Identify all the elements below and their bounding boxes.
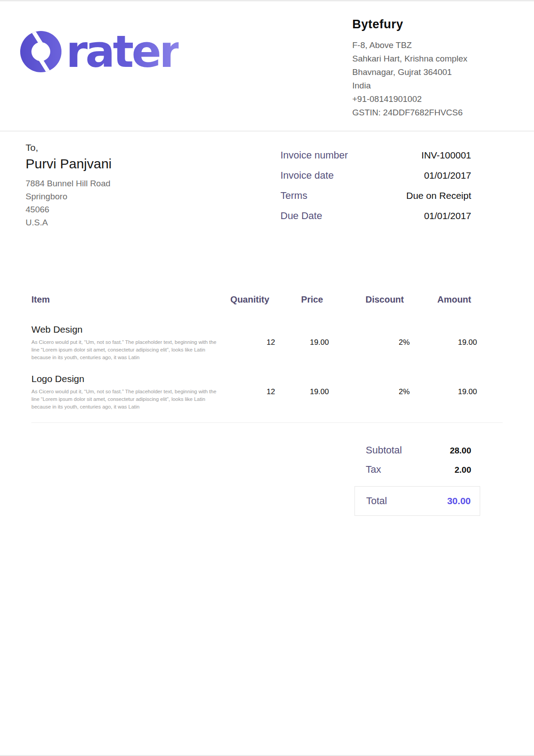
customer-address-line: U.S.A	[26, 216, 112, 229]
customer-address-line: 7884 Bunnel Hill Road	[26, 177, 112, 190]
item-cell: Logo Design As Cicero would put it, “Um,…	[31, 373, 223, 411]
totals-block: Subtotal 28.00 Tax 2.00 Total 30.00	[355, 444, 480, 516]
company-block: Bytefury F-8, Above TBZ Sahkari Hart, Kr…	[352, 18, 489, 119]
items-table-body: Web Design As Cicero would put it, “Um, …	[31, 324, 503, 411]
company-address-line: +91-08141901002	[352, 92, 489, 106]
item-discount: 2%	[329, 387, 410, 396]
invoice-meta-row: Terms Due on Receipt	[280, 190, 471, 202]
customer-address-line: Springboro	[26, 190, 112, 203]
item-quantity: 12	[223, 338, 275, 347]
bill-to-block: To, Purvi Panjvani 7884 Bunnel Hill Road…	[26, 142, 112, 230]
invoice-meta-row: Invoice date 01/01/2017	[280, 170, 471, 181]
subtotal-row: Subtotal 28.00	[355, 444, 480, 456]
invoice-meta-value: 01/01/2017	[424, 170, 471, 181]
item-cell: Web Design As Cicero would put it, “Um, …	[31, 324, 223, 361]
customer-address-line: 45066	[26, 203, 112, 216]
item-quantity: 12	[223, 387, 275, 396]
tax-row: Tax 2.00	[355, 464, 480, 475]
company-name: Bytefury	[352, 18, 489, 31]
invoice-meta: Invoice number INV-100001 Invoice date 0…	[280, 149, 471, 230]
item-price: 19.00	[275, 338, 329, 347]
column-header-quantity: Quanitity	[218, 294, 269, 305]
item-discount: 2%	[329, 338, 410, 347]
bill-to-intro: To,	[26, 142, 112, 153]
total-label: Total	[366, 495, 387, 507]
item-description: As Cicero would put it, “Um, not so fast…	[31, 388, 223, 411]
item-price: 19.00	[275, 387, 329, 396]
company-address-line: GSTIN: 24DDF7682FHVCS6	[352, 106, 489, 119]
meta-section: To, Purvi Panjvani 7884 Bunnel Hill Road…	[0, 132, 534, 230]
header: rater Bytefury F-8, Above TBZ Sahkari Ha…	[0, 1, 534, 132]
total-value: 30.00	[447, 496, 471, 506]
crater-logo: rater	[20, 31, 179, 72]
crater-logo-c-icon	[20, 31, 61, 72]
item-description: As Cicero would put it, “Um, not so fast…	[31, 338, 223, 361]
item-amount: 19.00	[410, 387, 477, 396]
subtotal-label: Subtotal	[366, 444, 402, 456]
item-row: Web Design As Cicero would put it, “Um, …	[31, 324, 471, 361]
crater-logo-text: rater	[66, 31, 179, 72]
company-address-line: India	[352, 79, 489, 92]
invoice-meta-label: Due Date	[280, 210, 322, 222]
tax-label: Tax	[366, 464, 381, 475]
column-header-amount: Amount	[404, 294, 471, 305]
company-address: F-8, Above TBZ Sahkari Hart, Krishna com…	[352, 39, 489, 119]
logo-slit-decoration	[38, 57, 51, 72]
invoice-meta-value: Due on Receipt	[406, 190, 471, 201]
subtotal-value: 28.00	[450, 446, 471, 456]
item-name: Web Design	[31, 324, 223, 335]
items-table: Item Quanitity Price Discount Amount Web…	[31, 294, 503, 423]
column-header-price: Price	[269, 294, 323, 305]
company-address-line: Bhavnagar, Gujrat 364001	[352, 66, 489, 79]
invoice-meta-label: Terms	[280, 190, 307, 202]
items-table-header: Item Quanitity Price Discount Amount	[31, 294, 471, 305]
invoice-meta-row: Due Date 01/01/2017	[280, 210, 471, 222]
item-row: Logo Design As Cicero would put it, “Um,…	[31, 373, 471, 411]
table-divider	[31, 422, 503, 423]
customer-name: Purvi Panjvani	[26, 156, 112, 171]
tax-value: 2.00	[455, 465, 471, 475]
grand-total-box: Total 30.00	[355, 486, 480, 516]
invoice-meta-label: Invoice date	[280, 170, 334, 181]
column-header-item: Item	[31, 294, 218, 305]
company-address-line: Sahkari Hart, Krishna complex	[352, 52, 489, 66]
invoice-meta-value: 01/01/2017	[424, 211, 471, 221]
column-header-discount: Discount	[323, 294, 404, 305]
logo-slit-decoration	[31, 31, 44, 46]
invoice-meta-row: Invoice number INV-100001	[280, 149, 471, 161]
invoice-meta-value: INV-100001	[421, 150, 471, 161]
invoice-page: rater Bytefury F-8, Above TBZ Sahkari Ha…	[0, 1, 534, 755]
item-name: Logo Design	[31, 373, 223, 385]
company-address-line: F-8, Above TBZ	[352, 39, 489, 52]
item-amount: 19.00	[410, 338, 477, 347]
invoice-meta-label: Invoice number	[280, 149, 348, 161]
customer-address: 7884 Bunnel Hill Road Springboro 45066 U…	[26, 177, 112, 229]
